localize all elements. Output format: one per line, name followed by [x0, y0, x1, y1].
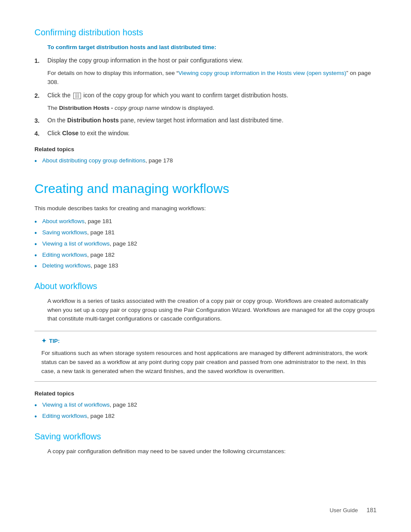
page-footer: User Guide 181	[330, 506, 377, 515]
related-topic-item-3: • Editing workflows, page 182	[34, 412, 377, 421]
step-2-note: The Distribution Hosts - copy group name…	[47, 104, 377, 112]
related-topics-list-1: • About distributing copy group definiti…	[34, 156, 377, 166]
section2-heading: Creating and managing workflows	[34, 179, 377, 198]
bullet-2e: •	[34, 261, 42, 271]
bullet-3a: •	[34, 401, 42, 410]
tip-text: For situations such as when storage syst…	[41, 349, 370, 376]
section2-link-item-2: • Saving workflows, page 181	[34, 228, 377, 238]
step-1-text: Display the copy group information in th…	[47, 56, 377, 65]
related-topic-text-3: Editing workflows, page 182	[42, 412, 115, 420]
step-3-num: 3.	[34, 116, 47, 125]
bullet-2a: •	[34, 217, 42, 227]
section1-heading: Confirming distribution hosts	[34, 26, 377, 39]
section2-link-item-4: • Editing workflows, page 182	[34, 251, 377, 260]
bullet-2b: •	[34, 228, 42, 238]
step-4-num: 4.	[34, 129, 47, 138]
step-3: 3. On the Distribution hosts pane, revie…	[34, 116, 377, 125]
related-topic-text-2: Viewing a list of workflows, page 182	[42, 401, 137, 409]
related-topics-heading-1: Related topics	[34, 145, 377, 154]
section2-link-text-4: Editing workflows, page 182	[42, 251, 115, 259]
tip-box: ✦ TIP: For situations such as when stora…	[34, 331, 377, 382]
related-topic-item-1: • About distributing copy group definiti…	[34, 156, 377, 166]
bullet-3b: •	[34, 412, 42, 421]
tip-icon: ✦	[41, 336, 47, 345]
step-3-text: On the Distribution hosts pane, review t…	[47, 116, 377, 125]
step-2-text: Click the ☷ icon of the copy group for w…	[47, 91, 377, 100]
section4-heading: Saving workflows	[34, 430, 377, 443]
related-topics-list-2: • Viewing a list of workflows, page 182 …	[34, 401, 377, 421]
footer-label: User Guide	[330, 506, 358, 515]
related-topic-item-2: • Viewing a list of workflows, page 182	[34, 401, 377, 410]
saving-workflows-link[interactable]: Saving workflows	[42, 229, 87, 236]
section4-body: A copy pair configuration definition may…	[47, 447, 377, 456]
viewing-workflows-link[interactable]: Viewing a list of workflows	[42, 240, 110, 247]
editing-workflows-link-1[interactable]: Editing workflows	[42, 252, 87, 258]
related-topic-link-1[interactable]: About distributing copy group definition…	[42, 157, 145, 164]
copy-group-icon: ☷	[73, 93, 81, 99]
viewing-workflows-link-2[interactable]: Viewing a list of workflows	[42, 401, 110, 408]
tip-label: ✦ TIP:	[41, 336, 370, 345]
step-4-text: Click Close to exit the window.	[47, 129, 377, 138]
related-topic-text-1: About distributing copy group definition…	[42, 156, 173, 165]
step-2: 2. Click the ☷ icon of the copy group fo…	[34, 91, 377, 100]
related-topics-heading-2: Related topics	[34, 389, 377, 398]
section1-subheading: To confirm target distribution hosts and…	[47, 43, 377, 52]
section2-link-item-5: • Deleting workflows, page 183	[34, 261, 377, 271]
tip-label-text: TIP:	[49, 337, 60, 345]
section2-links-list: • About workflows, page 181 • Saving wor…	[34, 217, 377, 271]
section3-body: A workflow is a series of tasks associat…	[47, 297, 377, 323]
about-workflows-link[interactable]: About workflows	[42, 218, 84, 224]
section2-link-text-1: About workflows, page 181	[42, 217, 112, 226]
bullet-2c: •	[34, 240, 42, 249]
step-2-num: 2.	[34, 91, 47, 100]
step-4: 4. Click Close to exit the window.	[34, 129, 377, 138]
step-1-note: For details on how to display this infor…	[47, 69, 377, 87]
section2-link-text-2: Saving workflows, page 181	[42, 228, 115, 237]
section3-related: Related topics • Viewing a list of workf…	[34, 389, 377, 421]
deleting-workflows-link[interactable]: Deleting workflows	[42, 262, 91, 269]
footer-page: 181	[367, 506, 377, 515]
section3-heading: About workflows	[34, 280, 377, 292]
section1-related: Related topics • About distributing copy…	[34, 145, 377, 166]
bullet-2d: •	[34, 251, 42, 260]
bullet-1: •	[34, 156, 42, 166]
section2-link-text-5: Deleting workflows, page 183	[42, 261, 118, 270]
section2-link-item-1: • About workflows, page 181	[34, 217, 377, 227]
step-1: 1. Display the copy group information in…	[34, 56, 377, 65]
editing-workflows-link-2[interactable]: Editing workflows	[42, 413, 87, 419]
step-1-num: 1.	[34, 56, 47, 65]
section2-link-item-3: • Viewing a list of workflows, page 182	[34, 240, 377, 249]
section2-link-text-3: Viewing a list of workflows, page 182	[42, 240, 137, 248]
section2-intro: This module describes tasks for creating…	[34, 204, 377, 213]
step-1-link[interactable]: Viewing copy group information in the Ho…	[178, 70, 346, 76]
